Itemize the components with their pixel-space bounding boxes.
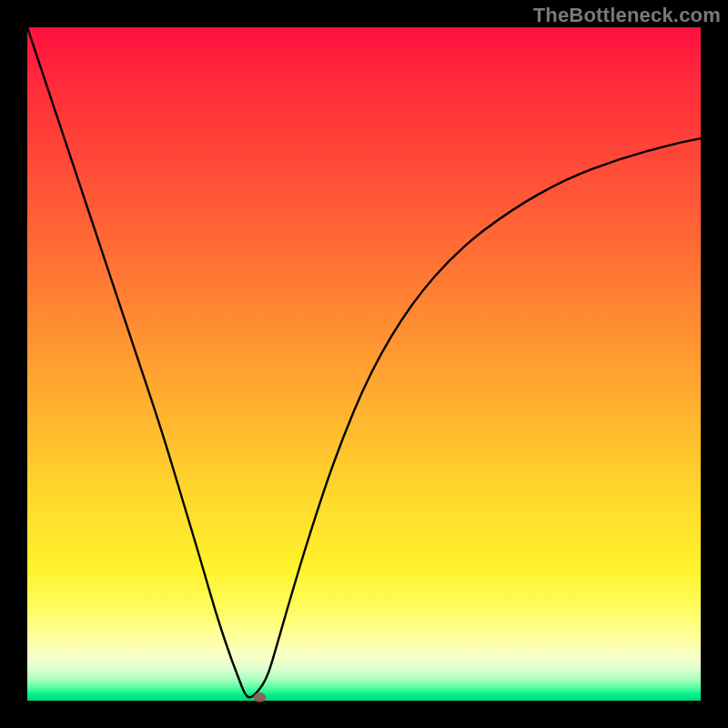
bottleneck-curve [27,27,701,701]
watermark-text: TheBottleneck.com [533,4,721,27]
curve-path [27,27,701,697]
plot-area [27,27,701,701]
chart-frame: TheBottleneck.com [0,0,728,728]
minimum-marker [253,693,266,703]
